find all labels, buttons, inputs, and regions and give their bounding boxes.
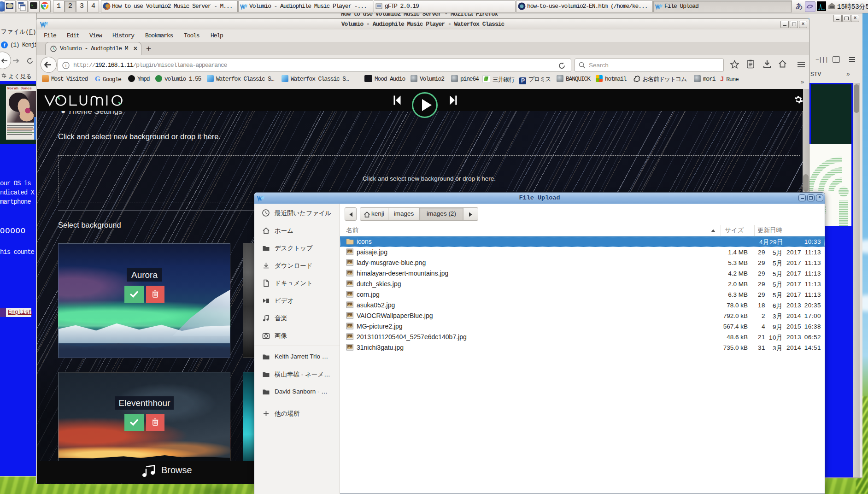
svg-text:i: i	[65, 63, 66, 68]
svg-text:>_: >_	[31, 4, 35, 7]
